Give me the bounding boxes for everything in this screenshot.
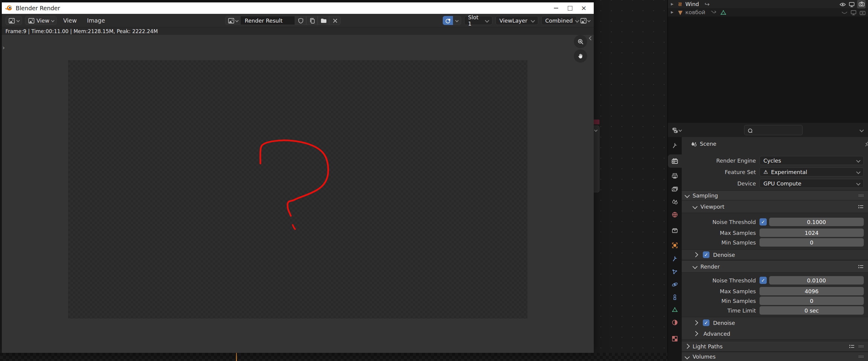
tab-physics[interactable] — [668, 278, 682, 291]
screen: ▶ ≋ Wind ↪ ▶ ▼ ковбой — [0, 0, 868, 361]
min-samples-field[interactable]: 0 — [760, 297, 864, 305]
render-subpanel-header[interactable]: Render — [682, 260, 868, 273]
copy-icon — [309, 17, 315, 24]
render-window: Blender Render × View View Image — [2, 0, 594, 353]
tab-constraints[interactable] — [668, 291, 682, 304]
open-image-button[interactable] — [318, 16, 329, 25]
time-limit-field[interactable]: 0 sec — [760, 306, 864, 315]
outliner-row-cowboy[interactable]: ▶ ▼ ковбой — [668, 8, 868, 16]
advanced-row[interactable]: Advanced — [682, 328, 868, 339]
noise-threshold-checkbox[interactable]: ✓ — [760, 277, 767, 284]
sampling-panel-header[interactable]: Sampling — [682, 190, 868, 200]
playhead-marker[interactable] — [236, 353, 237, 361]
tab-scene[interactable] — [668, 195, 682, 209]
tab-collection[interactable] — [668, 224, 682, 237]
fake-user-button[interactable] — [295, 16, 306, 25]
render-canvas[interactable]: › — [2, 35, 594, 353]
tab-view-layer[interactable] — [668, 183, 682, 196]
close-icon: × — [581, 5, 587, 11]
duplicate-button[interactable] — [306, 16, 318, 25]
preset-list-icon[interactable] — [848, 343, 855, 350]
options-chevron-icon[interactable] — [860, 128, 864, 132]
display-channels-button[interactable] — [580, 17, 590, 24]
disclosure-triangle-icon[interactable]: ▶ — [671, 2, 676, 6]
drag-grip-icon[interactable] — [858, 355, 864, 358]
outliner-row-wind[interactable]: ▶ ≋ Wind ↪ — [668, 0, 868, 8]
editor-type-button[interactable] — [672, 127, 681, 133]
breadcrumb-scene[interactable]: Scene — [700, 141, 716, 147]
min-samples-field[interactable]: 0 — [760, 238, 864, 247]
tab-object[interactable] — [668, 239, 682, 252]
tab-world[interactable] — [668, 208, 682, 221]
viewport-denoise-row[interactable]: ✓ Denoise — [682, 249, 868, 260]
tab-output[interactable] — [668, 169, 682, 183]
noise-threshold-field[interactable]: 0.0100 — [769, 276, 864, 285]
preset-list-icon[interactable] — [857, 203, 864, 210]
max-samples-value: 1024 — [805, 230, 818, 236]
tab-tool[interactable] — [668, 139, 682, 152]
viewport-subpanel-header[interactable]: Viewport — [682, 200, 868, 213]
search-input[interactable] — [754, 127, 792, 133]
render-pass-dropdown[interactable]: Combined — [541, 16, 577, 25]
feature-set-row: Feature Set ⚠ Experimental — [682, 167, 864, 176]
hidden-eye-closed-icon[interactable] — [841, 9, 847, 15]
disable-viewport-icon[interactable] — [850, 9, 857, 15]
disclosure-triangle-icon[interactable]: ▶ — [671, 10, 676, 14]
preset-list-icon[interactable] — [857, 263, 864, 270]
outliner-item-name[interactable]: ковбой — [685, 9, 705, 15]
min-samples-label: Min Samples — [682, 298, 756, 304]
render-denoise-row[interactable]: ✓ Denoise — [682, 317, 868, 328]
menu-image[interactable]: Image — [84, 17, 109, 24]
editor-type-button[interactable] — [5, 16, 22, 25]
tab-material[interactable] — [668, 316, 682, 329]
feature-set-dropdown[interactable]: ⚠ Experimental — [760, 167, 864, 176]
noise-threshold-checkbox[interactable]: ✓ — [760, 218, 767, 226]
hide-eye-icon[interactable] — [839, 1, 846, 7]
image-browse-button[interactable] — [225, 16, 241, 25]
view-layer-dropdown[interactable]: ViewLayer — [495, 16, 538, 25]
max-samples-value: 4096 — [805, 288, 818, 294]
drag-grip-icon[interactable] — [858, 194, 864, 197]
drag-grip-icon[interactable] — [858, 345, 864, 348]
minimize-button[interactable] — [549, 2, 563, 14]
outliner-item-name[interactable]: Wind — [685, 1, 699, 7]
tab-render[interactable] — [668, 155, 682, 168]
max-samples-field[interactable]: 4096 — [760, 287, 864, 295]
volumes-panel-header[interactable]: Volumes — [682, 352, 868, 361]
tab-modifiers[interactable] — [668, 252, 682, 265]
tab-texture[interactable] — [668, 332, 682, 346]
pan-hand-button[interactable] — [574, 50, 587, 63]
menu-view[interactable]: View — [60, 17, 81, 24]
mesh-cone-icon: ▼ — [676, 9, 684, 15]
pin-icon[interactable] — [864, 140, 868, 146]
device-dropdown[interactable]: GPU Compute — [760, 179, 864, 188]
max-samples-field[interactable]: 1024 — [760, 229, 864, 237]
denoise-checkbox[interactable]: ✓ — [703, 320, 710, 326]
search-icon — [747, 127, 752, 133]
light-paths-panel-header[interactable]: Light Paths — [682, 341, 868, 352]
time-limit-row: Time Limit 0 sec — [682, 306, 864, 315]
zoom-in-button[interactable] — [574, 35, 587, 48]
disable-render-toggle[interactable] — [857, 0, 866, 8]
editor-mode-dropdown[interactable]: View — [25, 16, 57, 25]
tab-object-data[interactable] — [668, 303, 682, 317]
render-engine-dropdown[interactable]: Cycles — [760, 156, 864, 165]
image-name-field[interactable]: Render Result — [241, 16, 295, 25]
close-button[interactable]: × — [577, 2, 591, 14]
disable-viewport-icon[interactable] — [848, 1, 855, 7]
maximize-button[interactable] — [563, 2, 577, 14]
minimize-icon — [554, 8, 558, 8]
camera-disabled-icon[interactable] — [859, 9, 866, 15]
properties-search[interactable] — [744, 125, 803, 135]
noise-threshold-field[interactable]: 0.1000 — [769, 218, 864, 226]
tab-particles[interactable] — [668, 265, 682, 278]
denoise-checkbox[interactable]: ✓ — [703, 252, 710, 258]
collapsed-sidebar-tab[interactable] — [594, 126, 599, 192]
unlink-button[interactable] — [329, 16, 341, 25]
window-titlebar[interactable]: Blender Render × — [2, 2, 594, 14]
render-result-pin-button[interactable] — [443, 16, 461, 25]
window-top-edge — [2, 0, 595, 2]
slot-dropdown[interactable]: Slot 1 — [464, 16, 493, 25]
chevron-down-icon — [856, 158, 861, 163]
chevron-down-icon — [856, 170, 861, 174]
